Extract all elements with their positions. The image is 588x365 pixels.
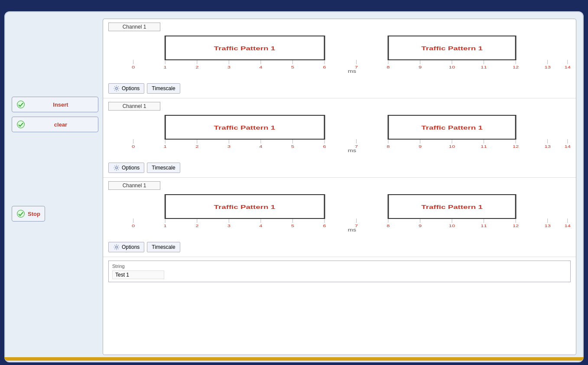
svg-text:12: 12 [513, 144, 519, 149]
ms-label-1: ms [348, 69, 356, 73]
timescale-button-3[interactable]: Timescale [147, 242, 180, 252]
svg-text:9: 9 [419, 144, 422, 149]
timeline-svg-3: 0 1 2 3 4 5 6 7 [108, 192, 571, 231]
tp-label-3-1: Traffic Pattern 1 [214, 204, 276, 210]
timescale-btn-label-2: Timescale [152, 165, 175, 171]
svg-text:6: 6 [323, 144, 326, 149]
svg-text:8: 8 [387, 144, 390, 149]
channel-label-3: Channel 1 [108, 181, 160, 190]
svg-point-64 [116, 167, 118, 169]
timescale-button-2[interactable]: Timescale [147, 163, 180, 173]
svg-text:5: 5 [291, 144, 294, 149]
string-input[interactable] [112, 270, 164, 279]
gear-icon-3 [113, 244, 120, 251]
channel-label-1: Channel 1 [108, 23, 160, 31]
options-btn-label-3: Options [122, 244, 140, 250]
channel-header-2: Channel 1 [108, 102, 571, 111]
stop-label: Stop [28, 211, 40, 217]
svg-text:1: 1 [164, 144, 167, 149]
bottom-gold-bar [4, 357, 584, 361]
options-button-1[interactable]: Options [108, 83, 144, 94]
insert-label: Insert [28, 101, 94, 108]
channel-row-3: Channel 1 0 1 2 3 4 [103, 178, 576, 257]
svg-text:0: 0 [132, 144, 135, 149]
timeline-2: 0 1 2 3 4 5 6 7 [108, 113, 571, 161]
timeline-svg-1: 0 1 2 3 4 [108, 34, 571, 73]
options-btn-label-1: Options [122, 85, 140, 91]
svg-text:10: 10 [449, 224, 455, 228]
timescale-btn-label-1: Timescale [152, 85, 175, 91]
svg-text:14: 14 [565, 144, 571, 149]
options-btn-label-2: Options [122, 165, 140, 171]
gear-icon-2 [113, 164, 120, 171]
tick-group-3: 0 1 2 3 4 5 6 7 [132, 218, 571, 228]
tp-label-1-1: Traffic Pattern 1 [214, 45, 276, 52]
ms-label-3: ms [348, 228, 356, 231]
svg-text:13: 13 [544, 144, 550, 149]
clear-label: clear [28, 121, 94, 128]
check-icon [16, 100, 25, 109]
channel-row-2: Channel 1 0 1 2 3 4 [103, 98, 576, 178]
svg-text:8: 8 [387, 65, 390, 69]
main-container: Insert clear Stop Channel 1 [4, 11, 584, 362]
svg-text:2: 2 [195, 144, 198, 149]
sidebar: Insert clear Stop [12, 19, 98, 355]
insert-button[interactable]: Insert [12, 97, 98, 112]
channel-header-3: Channel 1 [108, 181, 571, 190]
string-section: String [108, 261, 571, 282]
svg-text:2: 2 [195, 65, 198, 69]
tp-label-3-2: Traffic Pattern 1 [421, 204, 483, 210]
svg-text:5: 5 [291, 224, 294, 228]
svg-text:0: 0 [132, 65, 135, 69]
channel-label-2: Channel 1 [108, 102, 160, 111]
svg-text:9: 9 [419, 65, 422, 69]
svg-text:1: 1 [164, 224, 167, 228]
check-icon-clear [16, 120, 25, 129]
svg-text:10: 10 [449, 65, 455, 69]
timescale-button-1[interactable]: Timescale [147, 83, 180, 94]
svg-text:11: 11 [481, 144, 487, 149]
svg-text:13: 13 [544, 65, 550, 69]
tp-label-1-2: Traffic Pattern 1 [421, 45, 483, 52]
ms-label-2: ms [348, 148, 356, 152]
tick-group-2: 0 1 2 3 4 5 6 7 [132, 139, 571, 149]
svg-text:2: 2 [195, 224, 198, 228]
svg-text:6: 6 [323, 224, 326, 228]
svg-text:0: 0 [132, 224, 135, 228]
svg-text:3: 3 [227, 144, 231, 149]
svg-text:12: 12 [513, 65, 519, 69]
svg-text:14: 14 [565, 224, 571, 228]
timeline-3: 0 1 2 3 4 5 6 7 [108, 192, 571, 240]
svg-text:9: 9 [419, 224, 422, 228]
options-button-2[interactable]: Options [108, 163, 144, 173]
svg-text:3: 3 [227, 65, 231, 69]
svg-text:12: 12 [513, 224, 519, 228]
tp-label-2-1: Traffic Pattern 1 [214, 124, 276, 131]
timescale-btn-label-3: Timescale [152, 244, 175, 250]
options-row-2: Options Timescale [108, 163, 571, 173]
svg-text:4: 4 [259, 144, 262, 149]
options-row-1: Options Timescale [108, 83, 571, 94]
svg-point-0 [17, 101, 25, 108]
svg-text:8: 8 [387, 224, 390, 228]
svg-text:13: 13 [544, 224, 550, 228]
options-row-3: Options Timescale [108, 242, 571, 252]
svg-text:4: 4 [259, 65, 262, 69]
string-label: String [112, 264, 567, 269]
svg-text:11: 11 [481, 224, 487, 228]
clear-button[interactable]: clear [12, 117, 98, 132]
options-button-3[interactable]: Options [108, 242, 144, 252]
channel-row-1: Channel 1 0 1 2 [103, 19, 576, 98]
svg-text:1: 1 [164, 65, 167, 69]
svg-text:4: 4 [259, 224, 262, 228]
svg-point-33 [116, 88, 118, 90]
channel-header-1: Channel 1 [108, 23, 571, 31]
svg-text:6: 6 [323, 65, 326, 69]
timeline-svg-2: 0 1 2 3 4 5 6 7 [108, 113, 571, 152]
gear-icon-1 [113, 85, 120, 92]
stop-button[interactable]: Stop [12, 206, 45, 222]
svg-text:3: 3 [227, 224, 231, 228]
timeline-1: 0 1 2 3 4 [108, 34, 571, 81]
check-icon-stop [16, 209, 25, 218]
stop-btn-wrapper: Stop [12, 206, 98, 222]
